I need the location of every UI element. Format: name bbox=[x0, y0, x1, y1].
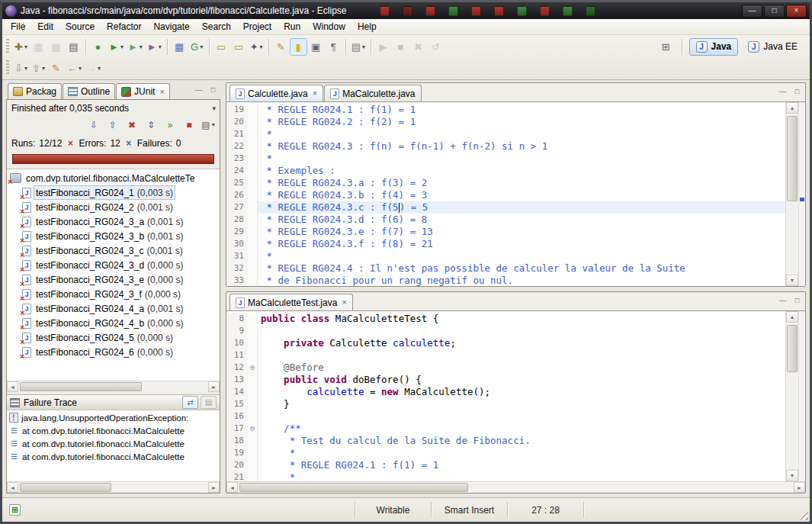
maximize-editor-icon[interactable]: □ bbox=[791, 296, 803, 306]
code-line[interactable]: 19 * bbox=[226, 447, 785, 459]
toolbar-grip[interactable] bbox=[6, 39, 9, 54]
code-line[interactable]: 8public class MaCalculetteTest { bbox=[226, 313, 785, 325]
titlebar-indicator-3[interactable] bbox=[425, 6, 435, 16]
save-button[interactable]: ▦ bbox=[30, 38, 47, 56]
scroll-up-icon[interactable]: ▲ bbox=[786, 311, 798, 323]
junit-test-item[interactable]: JtestFibonacci_RG024_5(0,000 s) bbox=[7, 330, 220, 345]
scroll-down-icon[interactable]: ▼ bbox=[786, 470, 798, 481]
editor-vertical-scrollbar[interactable]: ▲ ▼ bbox=[785, 311, 798, 481]
code-line[interactable]: 27 * REGLE RG024.3.c : f(5) = 5 bbox=[226, 201, 785, 214]
code-line[interactable]: 19 * REGLE RG024.1 : f(1) = 1 bbox=[226, 104, 785, 116]
run-button[interactable]: ►▾ bbox=[107, 38, 126, 56]
junit-test-item[interactable]: JtestFibonacci_RG024_6(0,000 s) bbox=[7, 345, 220, 359]
trace-line[interactable]: ☰at com.dvp.tutoriel.fibonacci.MaCalcule… bbox=[7, 424, 220, 437]
open-element-button[interactable]: ▭ bbox=[213, 38, 230, 56]
editor-tab[interactable]: JMaCalculette.java bbox=[324, 85, 421, 101]
terminate-button[interactable]: ■ bbox=[392, 38, 409, 56]
previous-annotation-button[interactable]: ⇧▾ bbox=[30, 59, 47, 77]
titlebar-indicator-2[interactable] bbox=[403, 6, 412, 16]
external-tools-button[interactable]: ►▾ bbox=[145, 38, 164, 56]
junit-test-item[interactable]: JtestFibonacci_RG024_3_a(0,001 s) bbox=[7, 214, 220, 229]
code-line[interactable]: 21 * bbox=[226, 471, 785, 481]
forward-history-button[interactable]: →▾ bbox=[84, 59, 103, 77]
show-whitespace-button[interactable]: ¶ bbox=[325, 38, 342, 56]
code-line[interactable]: 16 bbox=[226, 410, 785, 423]
minimize-editor-icon[interactable]: — bbox=[777, 296, 788, 306]
code-line[interactable]: 17⊖ /** bbox=[226, 423, 785, 435]
fast-view-icon[interactable]: ⊞ bbox=[9, 504, 21, 516]
restart-button[interactable]: ↺ bbox=[427, 38, 445, 56]
menu-run[interactable]: Run bbox=[278, 20, 307, 34]
minimize-button[interactable]: — bbox=[742, 5, 762, 18]
maximize-button[interactable]: □ bbox=[764, 5, 785, 18]
code-line[interactable]: 21 * bbox=[226, 128, 785, 140]
show-failures-only-button[interactable]: ✖ bbox=[124, 117, 140, 133]
perspective-java-ee-button[interactable]: JJava EE bbox=[741, 38, 804, 56]
java-element-button[interactable]: ▤▾ bbox=[349, 38, 367, 56]
titlebar-indicator-9[interactable] bbox=[563, 6, 573, 16]
code-line[interactable]: 9 bbox=[226, 325, 785, 337]
test-run-history-button[interactable]: ▤▾ bbox=[200, 117, 217, 133]
junit-suite-item[interactable]: com.dvp.tutoriel.fibonacci.MaCalculetteT… bbox=[7, 171, 220, 185]
titlebar-indicator-10[interactable] bbox=[586, 6, 595, 16]
open-resource-button[interactable]: ▭ bbox=[230, 38, 248, 56]
code-line[interactable]: 31 * bbox=[226, 250, 785, 262]
trace-line[interactable]: !java.lang.UnsupportedOperationException… bbox=[7, 411, 220, 424]
code-line[interactable]: 20 * REGLE RG024.1 : f(1) = 1 bbox=[226, 459, 785, 471]
scroll-lock-button[interactable]: ⇕ bbox=[143, 117, 159, 133]
rerun-tests-button[interactable]: » bbox=[162, 117, 178, 133]
mark-occurrences-button[interactable]: ▮ bbox=[290, 38, 307, 56]
view-tab-junit[interactable]: JUnit× bbox=[116, 83, 170, 99]
editor-tab[interactable]: JCalculette.java× bbox=[229, 85, 323, 101]
compare-result-button[interactable]: ⇄ bbox=[182, 396, 198, 409]
scrollbar-thumb[interactable] bbox=[239, 483, 468, 492]
run-last-launched-button[interactable]: ►▾ bbox=[126, 38, 145, 56]
code-line[interactable]: 12⊖ @Before bbox=[226, 362, 785, 374]
fold-marker-icon[interactable]: ⊖ bbox=[248, 362, 258, 374]
code-line[interactable]: 30 * REGLE RG024.3.f : f(8) = 21 bbox=[226, 238, 785, 250]
code-line[interactable]: 23 * bbox=[226, 153, 785, 165]
trace-line[interactable]: ☰at com.dvp.tutoriel.fibonacci.MaCalcule… bbox=[7, 450, 220, 463]
scroll-up-icon[interactable]: ▲ bbox=[786, 102, 798, 114]
save-all-button[interactable]: ▩ bbox=[47, 38, 65, 56]
code-line[interactable]: 22 * REGLE RG024.3 : f(n) = f(n-1) + f(n… bbox=[226, 140, 785, 153]
last-edit-position-button[interactable]: ✎ bbox=[47, 59, 65, 77]
menu-edit[interactable]: Edit bbox=[31, 20, 59, 34]
scrollbar-thumb[interactable] bbox=[20, 483, 111, 492]
toolbar-grip[interactable] bbox=[6, 60, 9, 76]
scroll-right-icon[interactable]: ► bbox=[794, 482, 805, 493]
code-line[interactable]: 15 } bbox=[226, 398, 785, 410]
open-perspective-button[interactable]: ⊞ bbox=[657, 38, 675, 56]
junit-test-item[interactable]: JtestFibonacci_RG024_3_f(0,000 s) bbox=[7, 287, 220, 301]
view-menu-icon[interactable]: ▾ bbox=[212, 104, 216, 112]
close-icon[interactable]: × bbox=[342, 298, 346, 307]
scroll-right-icon[interactable]: ► bbox=[208, 381, 220, 392]
close-icon[interactable]: × bbox=[159, 88, 164, 96]
remove-terminated-button[interactable]: ✖ bbox=[409, 38, 427, 56]
next-failed-test-button[interactable]: ⇩ bbox=[85, 117, 102, 133]
scroll-right-icon[interactable]: ► bbox=[208, 482, 220, 493]
junit-test-item[interactable]: JtestFibonacci_RG024_1(0,003 s) bbox=[7, 185, 220, 200]
resize-grip[interactable] bbox=[798, 510, 808, 520]
tree-horizontal-scrollbar[interactable]: ◄ ► bbox=[7, 381, 220, 392]
code-line[interactable]: 25 * REGLE RG024.3.a : f(3) = 2 bbox=[226, 177, 785, 189]
menu-source[interactable]: Source bbox=[59, 20, 101, 34]
editor-tab[interactable]: JMaCalculetteTest.java× bbox=[229, 294, 353, 310]
code-line[interactable]: 26 * REGLE RG024.3.b : f(4) = 3 bbox=[226, 189, 785, 201]
scroll-left-icon[interactable]: ◄ bbox=[7, 482, 18, 493]
titlebar-indicator-4[interactable] bbox=[448, 6, 458, 16]
junit-test-item[interactable]: JtestFibonacci_RG024_3_c(0,001 s) bbox=[7, 243, 220, 258]
title-bar[interactable]: Java - fibonacci/src/main/java/com/dvp/t… bbox=[2, 2, 810, 19]
code-line[interactable]: 33 * de Fibonacci pour un rang negatif o… bbox=[226, 275, 785, 286]
resume-button[interactable]: ▶ bbox=[374, 38, 392, 56]
menu-search[interactable]: Search bbox=[196, 20, 237, 34]
view-tab-outline[interactable]: Outline bbox=[63, 83, 115, 99]
new-wizard-button[interactable]: ✚▾ bbox=[12, 38, 30, 56]
last-edit-location-button[interactable]: ✎ bbox=[272, 38, 290, 56]
titlebar-indicator-5[interactable] bbox=[471, 6, 481, 16]
trace-line[interactable]: ☰at com.dvp.tutoriel.fibonacci.MaCalcule… bbox=[7, 437, 220, 450]
scrollbar-thumb[interactable] bbox=[20, 382, 142, 391]
code-line[interactable]: 20 * REGLE RG024.2 : f(2) = 1 bbox=[226, 116, 785, 128]
scroll-left-icon[interactable]: ◄ bbox=[226, 482, 238, 493]
junit-test-item[interactable]: JtestFibonacci_RG024_4_a(0,001 s) bbox=[7, 301, 220, 316]
